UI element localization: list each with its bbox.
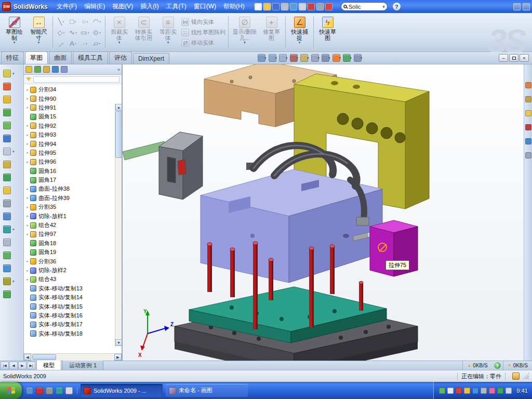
tray-icon-8[interactable] <box>497 388 503 394</box>
left-toolbar-icon-15[interactable]: ▾ <box>0 249 23 262</box>
quick-launch-icon-5[interactable] <box>65 387 73 394</box>
last-tab-icon[interactable]: ▶| <box>27 362 35 369</box>
left-toolbar-icon-12[interactable]: ▾ <box>0 210 23 223</box>
linear-sketch-pattern-button[interactable]: ∷ 线性草图阵列 <box>181 27 225 37</box>
left-toolbar-icon-11[interactable]: ▾ <box>0 197 23 210</box>
tree-item[interactable]: ▸ 实体-移动/复制15 <box>25 302 114 311</box>
expand-arrow-icon[interactable]: ▸ <box>25 124 30 128</box>
scroll-down-icon[interactable]: ▼ <box>115 339 122 346</box>
left-toolbar-icon-16[interactable]: ▾ <box>0 262 23 275</box>
tray-icon-1[interactable] <box>439 388 445 394</box>
tree-item[interactable]: ▸ 实体-移动/复制18 <box>25 329 114 338</box>
tree-item[interactable]: ▸ 拉伸96 <box>25 157 114 166</box>
search-combo[interactable]: Solic ▾ <box>341 2 388 11</box>
tree-item[interactable]: ▸ 圆角15 <box>25 112 114 121</box>
expand-arrow-icon[interactable]: ▸ <box>25 105 30 110</box>
left-toolbar-icon-4[interactable]: ▾ <box>0 106 23 119</box>
tab-mold-tools[interactable]: 模具工具 <box>73 51 108 64</box>
configurationmanager-tab-icon[interactable] <box>43 66 50 73</box>
search-dropdown-arrow[interactable]: ▾ <box>382 4 385 9</box>
left-toolbar-icon-3[interactable]: ▾ <box>0 93 23 106</box>
graphics-viewport[interactable]: Y Z X 拉伸75 <box>123 64 524 361</box>
expand-arrow-icon[interactable]: ▸ <box>25 277 30 282</box>
propertymanager-tab-icon[interactable] <box>34 66 41 73</box>
tree-vertical-scrollbar[interactable]: ▲ ▼ <box>115 104 122 346</box>
repair-sketch-button[interactable]: + 修复草图 <box>259 15 284 43</box>
left-toolbar-icon-8[interactable]: ▾ <box>0 158 23 171</box>
left-toolbar-icon-5[interactable]: ▾ <box>0 119 23 132</box>
model-tab[interactable]: 模型 <box>36 361 61 371</box>
expand-arrow-icon[interactable]: ▸ <box>25 196 30 200</box>
move-entities-button[interactable]: ⇄ 移动实体 <box>181 37 225 48</box>
left-toolbar-icon-6[interactable]: ▾ <box>0 132 23 145</box>
tray-icon-5[interactable] <box>472 388 478 394</box>
zoom-fit-icon[interactable]: ▾ <box>258 54 267 62</box>
prev-tab-icon[interactable]: ◀ <box>9 362 18 369</box>
view-settings-icon[interactable]: ▾ <box>354 54 363 62</box>
taskbar-button-paint[interactable]: 未命名 - 画图 <box>166 384 248 397</box>
status-tool-icon[interactable] <box>512 373 520 380</box>
first-tab-icon[interactable]: |◀ <box>1 362 9 369</box>
clamp-part[interactable] <box>159 132 203 200</box>
tree-item[interactable]: ▸ 拉伸90 <box>25 94 114 103</box>
expand-arrow-icon[interactable]: ▸ <box>25 223 30 228</box>
expand-arrow-icon[interactable]: ▸ <box>25 259 30 263</box>
filter-icon[interactable] <box>26 77 31 81</box>
tree-item[interactable]: ▸ 拉伸93 <box>25 130 114 139</box>
tree-item[interactable]: ▸ 拉伸95 <box>25 149 114 157</box>
menu-item[interactable]: 帮助(H) <box>220 1 248 12</box>
displaymanager-tab-icon[interactable] <box>61 66 68 73</box>
tree-item[interactable]: ▸ 组合43 <box>25 275 114 284</box>
tab-surfaces[interactable]: 曲面 <box>49 51 72 64</box>
menu-item[interactable]: 视图(V) <box>109 1 137 12</box>
circle-icon[interactable]: ○▾ <box>79 16 91 27</box>
print-icon[interactable] <box>281 3 288 10</box>
spline-icon[interactable]: ∿▾ <box>67 27 79 38</box>
left-toolbar-icon-17[interactable]: ▾ <box>0 275 23 288</box>
tray-icon-4[interactable] <box>464 388 470 394</box>
help-badge-icon[interactable]: ? <box>494 362 501 369</box>
tray-icon-2[interactable] <box>447 388 454 394</box>
trim-entities-button[interactable]: × 剪裁实体 ▾ <box>107 15 131 46</box>
scrollbar-thumb[interactable] <box>115 111 122 158</box>
new-document-icon[interactable] <box>255 3 262 10</box>
tree-item[interactable]: ▸ 分割36 <box>25 257 114 265</box>
appearance-icon[interactable] <box>325 3 332 10</box>
expand-arrow-icon[interactable]: ▸ <box>25 88 30 92</box>
left-toolbar-icon-9[interactable]: ▾ <box>0 171 23 184</box>
custom-properties-icon[interactable] <box>525 152 531 158</box>
expand-arrow-icon[interactable]: ▸ <box>25 133 30 137</box>
tab-evaluate[interactable]: 评估 <box>109 51 132 64</box>
restore-icon[interactable] <box>509 54 518 62</box>
tree-item[interactable]: ▸ 曲面-拉伸39 <box>25 194 114 203</box>
search-input[interactable]: Solic <box>349 4 382 10</box>
scroll-left-icon[interactable]: ◀ <box>24 354 31 361</box>
tree-item[interactable]: ▸ 实体-移动/复制16 <box>25 311 114 320</box>
left-toolbar-icon-14[interactable]: ▾ <box>0 236 23 249</box>
options-icon[interactable] <box>316 3 324 10</box>
tree-item[interactable]: ▸ 分割35 <box>25 203 114 211</box>
edit-appearance-icon[interactable]: ▾ <box>332 54 341 62</box>
tab-features[interactable]: 特征 <box>1 51 24 64</box>
view-orientation-icon[interactable]: ▾ <box>300 54 309 62</box>
volume-icon[interactable] <box>506 388 512 394</box>
previous-view-icon[interactable]: ▾ <box>279 54 288 62</box>
tree-item[interactable]: ▸ 拉伸91 <box>25 103 114 112</box>
left-toolbar-icon-1[interactable]: ▾ <box>0 67 23 80</box>
tree-item[interactable]: ▸ 拉伸94 <box>25 139 114 148</box>
left-toolbar-icon-10[interactable]: ▾ <box>0 184 23 197</box>
save-icon[interactable] <box>272 3 280 10</box>
display-delete-relations-button[interactable]: ∅ 显示/删除几... ▾ <box>230 15 259 46</box>
apply-scene-icon[interactable]: ▾ <box>343 54 352 62</box>
filter-input[interactable] <box>33 76 119 83</box>
expand-arrow-icon[interactable]: ▸ <box>25 97 30 101</box>
scroll-right-icon[interactable]: ▶ <box>114 354 122 361</box>
3d-model-view[interactable]: Y Z X <box>123 64 524 361</box>
tray-icon-7[interactable] <box>489 388 495 394</box>
motion-study-tab[interactable]: 运动算例 1 <box>62 361 103 371</box>
plane-icon[interactable]: ▱▾ <box>91 38 103 49</box>
left-toolbar-icon-7[interactable]: ▾ <box>0 145 23 158</box>
ellipse-icon[interactable]: ⊙▾ <box>91 27 103 38</box>
chevron-right-icon[interactable]: » <box>117 67 120 72</box>
rebuild-icon[interactable] <box>308 3 315 10</box>
